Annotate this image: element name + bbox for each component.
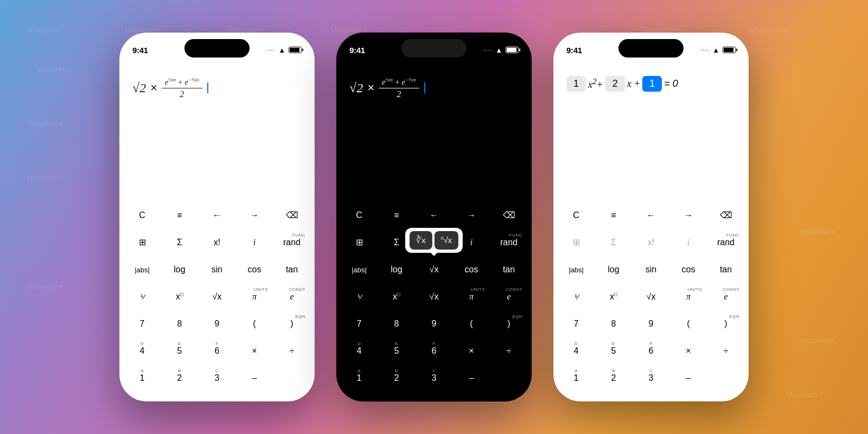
key-2-3[interactable]: B 2 [597, 366, 630, 391]
key-sigma-3[interactable]: Σ [597, 230, 630, 255]
key-lparen-1[interactable]: ( [238, 311, 271, 336]
key-right-2[interactable]: → [455, 203, 488, 228]
eq-box-2[interactable]: 2 [605, 76, 625, 92]
key-xsup-1[interactable]: x□ [163, 284, 196, 309]
key-5-2[interactable]: E 5 [380, 339, 413, 363]
key-rparen-1[interactable]: EQN ) [276, 311, 308, 336]
key-right-1[interactable]: → [238, 203, 271, 228]
key-log-1[interactable]: log [163, 257, 196, 282]
eq-box-3-selected[interactable]: 1 [642, 76, 662, 92]
key-mult-2[interactable]: × [455, 339, 488, 363]
key-abs-1[interactable]: |abs| [126, 257, 158, 282]
key-abs-3[interactable]: |abs| [560, 257, 592, 282]
key-3-2[interactable]: C 3 [418, 366, 450, 391]
key-del-3[interactable]: ⌫ [710, 203, 742, 228]
key-sqrt-1[interactable]: √x [201, 284, 233, 309]
key-sqrt-popup[interactable]: ∛x n√x √x [418, 257, 450, 282]
key-6-3[interactable]: F 6 [635, 339, 667, 363]
key-C-2[interactable]: C [343, 203, 375, 228]
key-5-1[interactable]: E 5 [163, 339, 196, 363]
key-frac-1[interactable]: ⅟ [126, 284, 158, 309]
key-3-1[interactable]: C 3 [201, 366, 233, 391]
key-sqrt-3[interactable]: √x [635, 284, 667, 309]
key-log-2[interactable]: log [380, 257, 413, 282]
key-del-1[interactable]: ⌫ [276, 203, 308, 228]
key-mult-3[interactable]: × [672, 339, 705, 363]
key-frac-3[interactable]: ⅟ [560, 284, 592, 309]
key-9-1[interactable]: 9 [201, 311, 233, 336]
key-sqrt-2[interactable]: √x [418, 284, 450, 309]
key-right-3[interactable]: → [672, 203, 705, 228]
eq-box-1[interactable]: 1 [566, 76, 586, 92]
key-6-1[interactable]: F 6 [201, 339, 233, 363]
key-fact-3[interactable]: x! [635, 230, 667, 255]
key-left-3[interactable]: ← [635, 203, 667, 228]
key-rparen-2[interactable]: EQN ) [493, 311, 525, 336]
key-tan-2[interactable]: tan [493, 257, 525, 282]
key-rand-3[interactable]: FUNC rand [710, 230, 742, 255]
key-minus-3[interactable]: – [672, 366, 705, 391]
key-8-2[interactable]: 8 [380, 311, 413, 336]
key-lparen-2[interactable]: ( [455, 311, 488, 336]
key-8-1[interactable]: 8 [163, 311, 196, 336]
key-abs-2[interactable]: |abs| [343, 257, 375, 282]
key-left-1[interactable]: ← [201, 203, 233, 228]
key-menu-1[interactable]: ≡ [163, 203, 196, 228]
key-fact-1[interactable]: x! [201, 230, 233, 255]
key-tan-1[interactable]: tan [276, 257, 308, 282]
key-sin-3[interactable]: sin [635, 257, 667, 282]
key-menu-3[interactable]: ≡ [597, 203, 630, 228]
key-cos-1[interactable]: cos [238, 257, 271, 282]
key-4-3[interactable]: D 4 [560, 339, 592, 363]
key-6-2[interactable]: F 6 [418, 339, 450, 363]
key-e-3[interactable]: CONST e [710, 284, 742, 309]
key-9-3[interactable]: 9 [635, 311, 667, 336]
key-e-2[interactable]: CONST e [493, 284, 525, 309]
key-menu-2[interactable]: ≡ [380, 203, 413, 228]
key-tan-3[interactable]: tan [710, 257, 742, 282]
key-4-2[interactable]: D 4 [343, 339, 375, 363]
key-left-2[interactable]: ← [418, 203, 450, 228]
key-i-3[interactable]: i [672, 230, 705, 255]
key-grid-1[interactable]: ⊞ [126, 230, 158, 255]
key-5-3[interactable]: E 5 [597, 339, 630, 363]
key-xsup-2[interactable]: x□ [380, 284, 413, 309]
key-log-3[interactable]: log [597, 257, 630, 282]
key-minus-2[interactable]: – [455, 366, 488, 391]
key-lparen-3[interactable]: ( [672, 311, 705, 336]
key-9-2[interactable]: 9 [418, 311, 450, 336]
key-cos-3[interactable]: cos [672, 257, 705, 282]
popup-cbrt[interactable]: ∛x [410, 231, 432, 250]
key-2-2[interactable]: B 2 [380, 366, 413, 391]
key-7-3[interactable]: 7 [560, 311, 592, 336]
key-2-1[interactable]: B 2 [163, 366, 196, 391]
key-xsup-3[interactable]: x□ [597, 284, 630, 309]
key-sin-1[interactable]: sin [201, 257, 233, 282]
key-div-2[interactable]: ÷ [493, 339, 525, 363]
popup-nthrt[interactable]: n√x [434, 231, 458, 250]
key-e-1[interactable]: CONST e [276, 284, 308, 309]
key-grid-2[interactable]: ⊞ [343, 230, 375, 255]
key-4-1[interactable]: D 4 [126, 339, 158, 363]
key-pi-2[interactable]: UNITS π [455, 284, 488, 309]
key-sigma-1[interactable]: Σ [163, 230, 196, 255]
key-grid-3[interactable]: ⊞ [560, 230, 592, 255]
key-div-3[interactable]: ÷ [710, 339, 742, 363]
key-i-1[interactable]: i [238, 230, 271, 255]
key-rand-2[interactable]: FUNC rand [493, 230, 525, 255]
key-rand-1[interactable]: FUNC rand [276, 230, 308, 255]
key-rparen-3[interactable]: EQN ) [710, 311, 742, 336]
key-7-2[interactable]: 7 [343, 311, 375, 336]
key-3-3[interactable]: C 3 [635, 366, 667, 391]
key-8-3[interactable]: 8 [597, 311, 630, 336]
key-pi-1[interactable]: UNITS π [238, 284, 271, 309]
key-cos-2[interactable]: cos [455, 257, 488, 282]
key-1-3[interactable]: A 1 [560, 366, 592, 391]
key-div-1[interactable]: ÷ [276, 339, 308, 363]
key-minus-1[interactable]: – [238, 366, 271, 391]
key-pi-3[interactable]: UNITS π [672, 284, 705, 309]
key-mult-1[interactable]: × [238, 339, 271, 363]
key-C-3[interactable]: C [560, 203, 592, 228]
key-1-2[interactable]: A 1 [343, 366, 375, 391]
key-1-1[interactable]: A 1 [126, 366, 158, 391]
